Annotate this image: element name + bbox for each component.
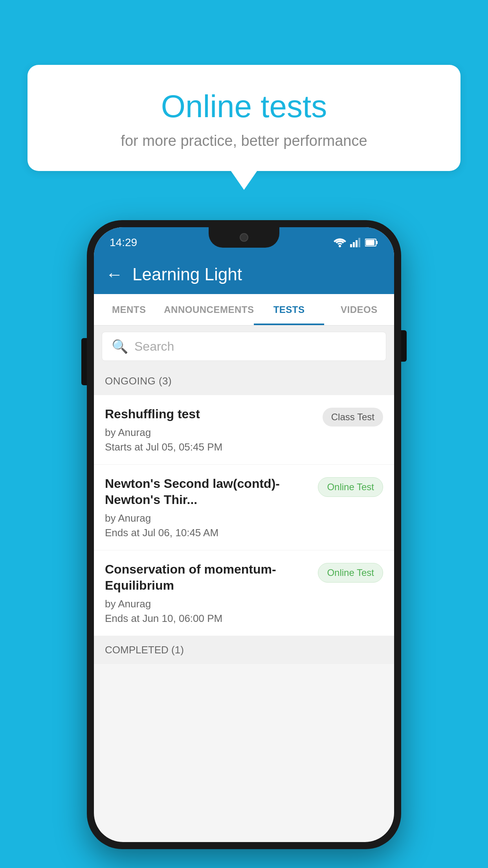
search-icon: 🔍 [112,338,128,354]
camera-icon [240,233,248,242]
app-header: ← Learning Light [94,255,394,294]
status-time: 14:29 [110,236,137,249]
svg-point-0 [339,245,341,247]
tab-ments[interactable]: MENTS [94,294,164,325]
svg-rect-1 [350,244,352,247]
svg-rect-4 [358,238,360,247]
svg-rect-6 [376,241,378,244]
test-info-1: Reshuffling test by Anurag Starts at Jul… [105,406,323,453]
test-item-1[interactable]: Reshuffling test by Anurag Starts at Jul… [94,395,394,465]
test-info-2: Newton's Second law(contd)-Newton's Thir… [105,476,318,539]
test-name-3: Conservation of momentum-Equilibrium [105,561,310,594]
search-container: 🔍 Search [94,326,394,367]
test-date-1: Starts at Jul 05, 05:45 PM [105,441,315,453]
test-author-2: by Anurag [105,512,310,524]
test-date-2: Ends at Jul 06, 10:45 AM [105,527,310,539]
svg-rect-2 [353,242,355,247]
search-placeholder: Search [134,339,174,354]
test-item-2[interactable]: Newton's Second law(contd)-Newton's Thir… [94,465,394,550]
test-badge-3: Online Test [318,563,383,583]
test-author-1: by Anurag [105,427,315,439]
battery-icon [365,238,378,247]
tabs-container: MENTS ANNOUNCEMENTS TESTS VIDEOS [94,294,394,326]
back-button[interactable]: ← [106,265,123,284]
ongoing-title: ONGOING (3) [105,375,172,387]
phone-notch [209,227,279,248]
phone-wrapper: 14:29 [87,220,401,849]
ongoing-section-header: ONGOING (3) [94,367,394,395]
test-item-3[interactable]: Conservation of momentum-Equilibrium by … [94,550,394,636]
svg-rect-7 [366,240,374,245]
test-author-3: by Anurag [105,598,310,610]
speech-bubble-title: Online tests [47,88,441,125]
app-title: Learning Light [132,265,242,284]
speech-bubble-subtitle: for more practice, better performance [47,132,441,149]
phone-screen: 14:29 [94,227,394,842]
tab-videos[interactable]: VIDEOS [324,294,394,325]
test-date-3: Ends at Jun 10, 06:00 PM [105,612,310,625]
speech-bubble: Online tests for more practice, better p… [28,65,460,171]
completed-section-header: COMPLETED (1) [94,636,394,664]
tests-list: Reshuffling test by Anurag Starts at Jul… [94,395,394,636]
search-bar[interactable]: 🔍 Search [102,332,386,361]
signal-icon [350,238,361,247]
phone-frame: 14:29 [87,220,401,849]
completed-title: COMPLETED (1) [105,644,184,656]
svg-rect-3 [356,240,358,247]
test-name-2: Newton's Second law(contd)-Newton's Thir… [105,476,310,508]
test-info-3: Conservation of momentum-Equilibrium by … [105,561,318,625]
test-badge-2: Online Test [318,477,383,497]
tab-tests[interactable]: TESTS [254,294,324,325]
tab-announcements[interactable]: ANNOUNCEMENTS [164,294,254,325]
status-icons [334,238,378,247]
test-name-1: Reshuffling test [105,406,315,423]
wifi-icon [334,238,346,247]
test-badge-1: Class Test [323,408,383,427]
